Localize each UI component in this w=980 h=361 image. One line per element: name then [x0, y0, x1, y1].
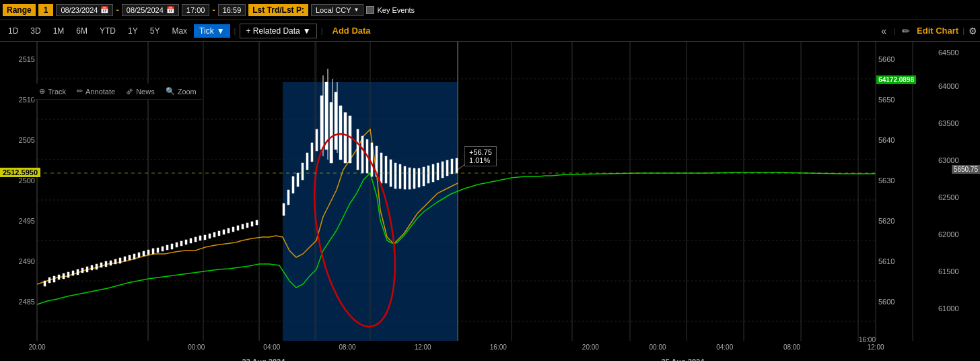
- svg-rect-82: [311, 143, 313, 162]
- top-bar: Range 1 08/23/2024 📅 - 08/25/2024 📅 17:0…: [0, 0, 980, 20]
- edit-chart-button[interactable]: Edit Chart: [917, 26, 958, 36]
- period-1y[interactable]: 1Y: [123, 24, 143, 38]
- date-start-value: 08/23/2024: [61, 6, 98, 14]
- zoom-label: Zoom: [178, 88, 197, 96]
- svg-rect-37: [77, 269, 79, 275]
- svg-rect-43: [105, 261, 107, 267]
- time-label-1600-1: 16:00: [490, 343, 507, 351]
- svg-rect-100: [380, 153, 382, 183]
- svg-rect-60: [185, 240, 187, 244]
- crosshair-icon: ⊕: [39, 87, 45, 96]
- svg-rect-51: [143, 251, 145, 256]
- svg-rect-73: [246, 223, 248, 228]
- ccy-dropdown[interactable]: Local CCY ▼: [311, 4, 364, 16]
- tick-button[interactable]: Tick ▼: [194, 24, 230, 38]
- annotate-button[interactable]: ✏ Annotate: [77, 87, 115, 96]
- calendar-icon-2[interactable]: 📅: [166, 6, 174, 13]
- separator-2: |: [321, 27, 323, 35]
- time-label-1600-2: 16:00: [859, 336, 876, 343]
- current-price-label: 2512.5950: [0, 168, 40, 177]
- svg-rect-105: [404, 166, 406, 189]
- svg-rect-103: [394, 163, 396, 189]
- svg-rect-98: [371, 143, 373, 176]
- period-1m[interactable]: 1M: [48, 24, 70, 38]
- period-ytd[interactable]: YTD: [94, 24, 121, 38]
- svg-rect-108: [418, 168, 420, 187]
- period-5y[interactable]: 5Y: [145, 24, 166, 38]
- price-2485: 2485: [0, 298, 35, 306]
- related-data-button[interactable]: + Related Data ▼: [240, 24, 316, 38]
- newspaper-icon: 🗞: [126, 88, 133, 96]
- double-chevron-left-button[interactable]: «: [878, 24, 889, 38]
- svg-rect-74: [251, 222, 253, 226]
- rp2-61000: 61000: [938, 304, 980, 313]
- rp-5620: 5620: [878, 217, 915, 225]
- time-end-field[interactable]: 16:59: [218, 4, 246, 16]
- svg-rect-35: [67, 272, 69, 277]
- date-end-field[interactable]: 08/25/2024 📅: [122, 4, 179, 16]
- svg-rect-33: [58, 275, 60, 280]
- svg-rect-45: [114, 259, 116, 264]
- rp-5630: 5630: [878, 176, 915, 185]
- time-start-value: 17:00: [186, 6, 205, 14]
- rp-5660: 5660: [878, 55, 915, 63]
- svg-rect-78: [292, 176, 294, 193]
- calendar-icon[interactable]: 📅: [100, 6, 108, 13]
- date-dash-separator: -: [116, 5, 118, 15]
- svg-rect-69: [228, 228, 230, 233]
- period-max[interactable]: Max: [166, 24, 193, 38]
- rp2-62000: 62000: [938, 230, 980, 238]
- svg-rect-70: [232, 227, 234, 232]
- svg-rect-115: [451, 159, 453, 174]
- svg-rect-87: [335, 92, 337, 150]
- svg-rect-116: [456, 158, 458, 173]
- svg-rect-53: [152, 249, 154, 254]
- rp2-64500: 64500: [938, 48, 980, 57]
- period-6m[interactable]: 6M: [71, 24, 93, 38]
- svg-rect-80: [302, 163, 304, 180]
- svg-rect-81: [306, 153, 308, 170]
- settings-button[interactable]: ⚙: [969, 26, 977, 36]
- track-button[interactable]: ⊕ Track: [39, 87, 66, 96]
- key-events-checkbox[interactable]: [366, 6, 374, 14]
- svg-rect-67: [218, 231, 220, 236]
- svg-rect-106: [409, 168, 411, 189]
- svg-rect-79: [297, 173, 299, 187]
- svg-rect-71: [237, 226, 239, 230]
- time-start-field[interactable]: 17:00: [182, 4, 210, 16]
- add-data-label: Add Data: [332, 26, 371, 36]
- date-start-field[interactable]: 08/23/2024 📅: [56, 4, 113, 16]
- svg-rect-54: [157, 248, 159, 253]
- price-2500: 2500: [0, 176, 35, 185]
- tick-label: Tick: [199, 26, 214, 36]
- pencil-button[interactable]: ✏: [899, 24, 913, 38]
- rp2-62500: 62500: [938, 193, 980, 201]
- annotation-change: +56.75: [469, 148, 492, 156]
- related-data-label: + Related Data: [246, 26, 300, 36]
- svg-rect-68: [223, 230, 225, 234]
- svg-rect-64: [204, 235, 206, 240]
- rp2-63500: 63500: [938, 119, 980, 127]
- time-label-0400-2: 04:00: [716, 343, 733, 351]
- svg-rect-63: [199, 236, 201, 240]
- svg-rect-41: [96, 264, 98, 269]
- period-1d[interactable]: 1D: [3, 24, 24, 38]
- time-label-1200-2: 12:00: [867, 343, 884, 351]
- zoom-button[interactable]: 🔍 Zoom: [166, 87, 197, 96]
- date-label-aug23: 23 Aug 2024: [242, 358, 285, 361]
- right-price-gray-badge: 5650.75: [952, 165, 980, 174]
- chevron-down-icon-tick: ▼: [217, 26, 225, 36]
- svg-rect-90: [349, 116, 351, 163]
- svg-rect-114: [446, 160, 448, 176]
- svg-rect-38: [81, 268, 83, 273]
- svg-rect-84: [320, 96, 323, 150]
- price-2510: 2510: [0, 96, 35, 104]
- add-data-button[interactable]: Add Data: [327, 24, 376, 38]
- pencil-icon: ✏: [77, 87, 83, 96]
- period-3d[interactable]: 3D: [25, 24, 46, 38]
- news-button[interactable]: 🗞 News: [126, 88, 155, 96]
- time-label-2000-2: 20:00: [582, 343, 599, 351]
- svg-rect-101: [385, 156, 387, 183]
- time-label-0000-1: 00:00: [188, 343, 205, 351]
- key-events-toggle[interactable]: Key Events: [366, 6, 415, 14]
